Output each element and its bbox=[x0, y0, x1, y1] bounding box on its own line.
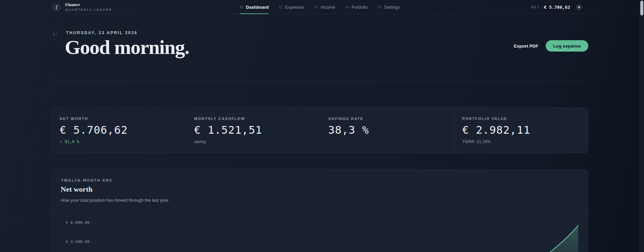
net-label: NET bbox=[531, 5, 540, 9]
stats-strip: NET WORTH € 5.706,62 ↑ 91,4 % MONTHLY CA… bbox=[51, 108, 588, 153]
section-index: 01 bbox=[53, 32, 57, 37]
brand-tagline: QUARTERLY LEDGER bbox=[65, 8, 112, 12]
dashboard-screen: f Finance QUARTERLY LEDGER 01 Dashboard … bbox=[0, 0, 644, 252]
stat-label: MONTHLY CASHFLOW bbox=[194, 117, 312, 121]
stat-value: € 2.982,11 bbox=[462, 124, 580, 136]
stat-note: TWRR -21.29% bbox=[462, 139, 580, 144]
stat-label: SAVINGS RATE bbox=[328, 117, 446, 121]
nav-label: Dashboard bbox=[246, 5, 269, 10]
stat-portfolio-value: PORTFOLIO VALUE € 2.982,11 TWRR -21.29% bbox=[454, 108, 588, 153]
nav-number: 03 bbox=[314, 5, 318, 9]
stat-note: saving bbox=[194, 139, 312, 144]
stat-net-worth: NET WORTH € 5.706,62 ↑ 91,4 % bbox=[52, 108, 186, 153]
net-worth-area-chart bbox=[52, 211, 588, 252]
chart-subtitle: How your total position has moved throug… bbox=[61, 198, 169, 203]
section-divider bbox=[51, 81, 588, 81]
net-value: € 5.706,62 bbox=[544, 5, 570, 10]
chart-kicker: TWELVE-MONTH ARC bbox=[61, 178, 113, 182]
nav-item-settings[interactable]: 05 Settings bbox=[378, 0, 400, 14]
stat-value: 38,3 % bbox=[328, 124, 446, 136]
nav-item-income[interactable]: 03 Income bbox=[314, 0, 335, 14]
nav-number: 01 bbox=[240, 5, 244, 9]
stat-label: PORTFOLIO VALUE bbox=[462, 117, 580, 121]
stat-savings-rate: SAVINGS RATE 38,3 % bbox=[320, 108, 454, 153]
header-divider bbox=[525, 4, 526, 10]
brand-name: Finance bbox=[65, 2, 112, 7]
stat-value: € 5.706,62 bbox=[60, 124, 178, 136]
nav-label: Expenses bbox=[285, 5, 304, 10]
brand-text: Finance QUARTERLY LEDGER bbox=[65, 2, 112, 12]
stat-delta: ↑ 91,4 % bbox=[60, 139, 178, 144]
nav-item-dashboard[interactable]: 01 Dashboard bbox=[240, 0, 269, 14]
sun-icon[interactable] bbox=[576, 4, 582, 10]
export-pdf-button[interactable]: Export PDF bbox=[514, 44, 539, 49]
stat-monthly-cashflow: MONTHLY CASHFLOW € 1.521,51 saving bbox=[186, 108, 320, 153]
brand-monogram-icon: f bbox=[52, 3, 61, 12]
log-expense-button[interactable]: Log expense bbox=[546, 40, 588, 52]
header-right-group: NET € 5.706,62 bbox=[525, 0, 582, 14]
main-nav: 01 Dashboard 02 Expenses 03 Income 04 Po… bbox=[240, 0, 400, 14]
nav-item-portfolio[interactable]: 04 Portfolio bbox=[345, 0, 368, 14]
page-scrollbar[interactable] bbox=[639, 0, 644, 252]
top-bar: f Finance QUARTERLY LEDGER 01 Dashboard … bbox=[0, 0, 639, 14]
hero-actions: Export PDF Log expense bbox=[514, 40, 588, 52]
nav-label: Portfolio bbox=[352, 5, 368, 10]
net-worth-chart-card: TWELVE-MONTH ARC Net worth How your tota… bbox=[51, 169, 588, 252]
nav-number: 05 bbox=[378, 5, 382, 9]
page-title: Good morning. bbox=[65, 34, 189, 61]
nav-number: 04 bbox=[345, 5, 349, 9]
chart-title: Net worth bbox=[61, 185, 93, 194]
nav-number: 02 bbox=[279, 5, 283, 9]
stat-label: NET WORTH bbox=[60, 117, 178, 121]
nav-label: Settings bbox=[384, 5, 400, 10]
nav-item-expenses[interactable]: 02 Expenses bbox=[279, 0, 304, 14]
nav-label: Income bbox=[321, 5, 335, 10]
brand-logo[interactable]: f Finance QUARTERLY LEDGER bbox=[52, 2, 112, 12]
scrollbar-thumb[interactable] bbox=[640, 1, 643, 15]
stat-value: € 1.521,51 bbox=[194, 124, 312, 136]
